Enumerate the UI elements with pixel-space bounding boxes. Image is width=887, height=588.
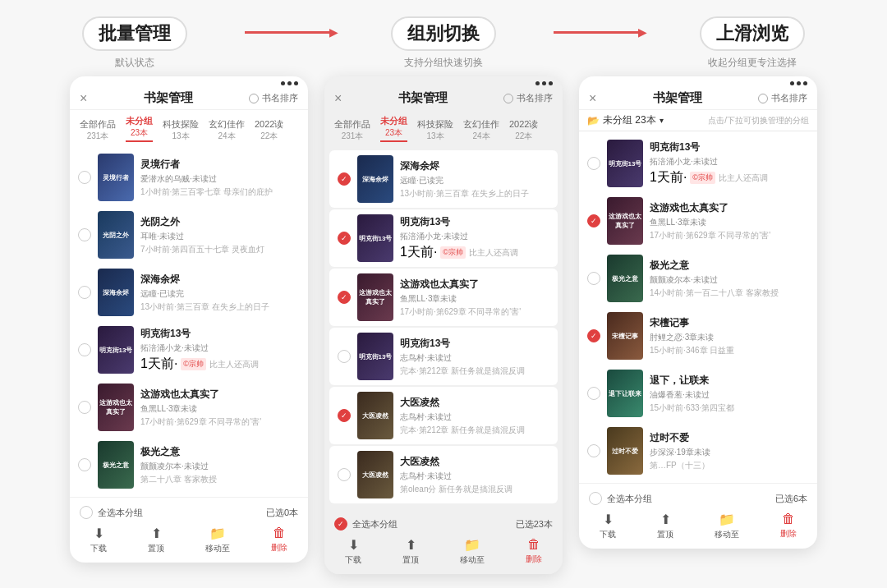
tab1-2022[interactable]: 2022读 22本 [250,117,288,145]
phone2-status [324,76,563,87]
book-item[interactable]: 这游戏也太真实了 这游戏也太真实了 鱼黑LL·3章未读 17小时前·第629章 … [579,192,817,250]
select-all-checkbox[interactable] [80,506,93,519]
title1: 批量管理 [82,16,187,51]
book-checkbox[interactable] [78,228,91,241]
phone3-header: × 书架管理 书名排序 [579,87,817,110]
tab2-2022[interactable]: 2022读 22本 [504,117,543,145]
book-cover: 极光之意 [607,255,643,302]
top-label: 置顶 [402,554,419,566]
book-item[interactable]: 明克街13号 明克街13号 拓涪涌小龙·未读过 1天前· ©宗帅 比主人还高调 [579,135,817,192]
action-move[interactable]: 📁 移动至 [205,526,230,554]
book-item[interactable]: 灵境行者 灵境行者 爱潜水的乌贼·未读过 1小时前·第三百零七章 母亲们的庇护 [70,149,308,206]
tab2-fantasy[interactable]: 玄幻佳作 24本 [458,117,504,145]
group-selector[interactable]: 📂 未分组 23本 ▾ [587,113,664,127]
phone2-tabs[interactable]: 全部作品 231本 未分组 23本 科技探险 13本 玄幻佳作 24本 2022… [324,110,563,145]
book-checkbox[interactable] [78,458,91,471]
tab2-tech[interactable]: 科技探险 13本 [412,117,458,145]
book-cover: 深海余烬 [357,155,393,203]
action-row: ⬇ 下载 ⬆ 置顶 📁 移动至 🗑 删除 [579,508,817,542]
select-all-checkbox[interactable] [334,517,347,531]
book-cover: 深海余烬 [98,269,134,316]
action-top[interactable]: ⬆ 置顶 [402,537,419,566]
phone3-close[interactable]: × [589,91,596,106]
dot1 [281,81,285,85]
top-label: 置顶 [657,529,673,540]
phone1-footer: 全选本分组 已选0本 ⬇ 下载 ⬆ 置顶 📁 移动至 🗑 [70,497,308,563]
action-delete[interactable]: 🗑 删除 [271,526,287,554]
arrow1 [245,31,333,34]
book-item[interactable]: 明克街13号 明克街13号 拓涪涌小龙·未读过 1天前· ©宗帅 比主人还高调 [70,321,308,379]
phone2-sort[interactable]: 书名排序 [503,92,553,104]
phone3-sort[interactable]: 书名排序 [758,92,807,104]
select-all-left[interactable]: 全选本分组 [334,517,398,531]
book-checkbox[interactable] [338,232,351,245]
book-checkbox[interactable] [587,329,600,342]
select-all-label: 全选本分组 [98,507,143,519]
book-item[interactable]: 明克街13号 明克街13号 拓涪涌小龙·未读过 1天前· ©宗帅 比主人还高调 [329,209,558,267]
book-checkbox[interactable] [587,444,600,457]
action-download[interactable]: ⬇ 下载 [345,537,361,566]
action-download[interactable]: ⬇ 下载 [90,526,107,554]
tab2-ungroup[interactable]: 未分组 23本 [375,113,412,145]
action-download[interactable]: ⬇ 下载 [600,512,616,540]
tab2-all[interactable]: 全部作品 231本 [329,117,375,145]
book-checkbox[interactable] [338,409,351,422]
group-hint: 点击/下拉可切换管理的分组 [708,115,809,126]
move-icon: 📁 [209,526,226,541]
book-checkbox[interactable] [587,272,600,285]
book-item[interactable]: 这游戏也太真实了 这游戏也太真实了 鱼黑LL·3章未读 17小时前·第629章 … [70,379,308,436]
select-all-left[interactable]: 全选本分组 [80,506,143,519]
book-cover: 这游戏也太真实了 [607,197,643,245]
book-checkbox[interactable] [338,468,351,481]
phone1-header: × 书架管理 书名排序 [70,87,308,110]
action-delete[interactable]: 🗑 删除 [780,512,797,540]
book-checkbox[interactable] [338,291,351,304]
subtitle3: 收起分组更专注选择 [708,56,797,70]
book-info: 这游戏也太真实了 鱼黑LL·3章未读 17小时前·第629章 不同寻常的'害' [400,278,549,318]
book-checkbox[interactable] [78,171,91,184]
action-delete[interactable]: 🗑 删除 [526,537,542,566]
book-checkbox[interactable] [587,387,600,400]
book-info: 过时不爱 步深深·19章未读 第…FP（十三） [650,431,809,471]
action-move[interactable]: 📁 移动至 [460,537,485,566]
book-item[interactable]: 极光之意 极光之意 颤颤凌尔本·未读过 第二十八章 客家教授 [70,436,308,494]
phone1-close[interactable]: × [80,91,87,106]
book-item[interactable]: 退下让联来 退下，让联来 油爆香葱·未读过 15小时前·633·第四宝都 [579,365,817,422]
book-item[interactable]: 大医凌然 大医凌然 志鸟村·未读过 完本·第212章 新任务就是搞混反调 [329,387,558,444]
selected-count: 已选23本 [516,518,553,531]
select-all-left[interactable]: 全选本分组 [589,492,652,505]
phone2-close[interactable]: × [334,91,342,106]
book-checkbox[interactable] [78,286,91,299]
book-checkbox[interactable] [338,172,351,186]
book-item[interactable]: 明克街13号 明克街13号 志鸟村·未读过 完本·第212章 新任务就是搞混反调 [329,328,558,385]
dot2 [287,81,292,85]
book-item[interactable]: 光阴之外 光阴之外 耳唯·未读过 7小时前·第四百五十七章 灵夜血灯 [70,206,308,264]
book-item[interactable]: 宋檀记事 宋檀记事 肘鲤之恋·3章未读 15小时前·346章 日益重 [579,307,817,365]
tab1-all[interactable]: 全部作品 231本 [75,117,121,145]
book-checkbox[interactable] [587,214,600,227]
book-checkbox[interactable] [78,343,91,356]
book-checkbox[interactable] [338,350,351,363]
select-all-checkbox[interactable] [589,492,602,505]
action-move[interactable]: 📁 移动至 [715,512,739,540]
book-info: 深海余烬 远瞳·已读完 13小时前·第三百章 在失乡上的日子 [400,159,549,200]
tab1-ungroup[interactable]: 未分组 23本 [121,113,158,145]
book-checkbox[interactable] [587,157,600,170]
action-top[interactable]: ⬆ 置顶 [657,512,673,540]
book-item[interactable]: 大医凌然 大医凌然 志鸟村·未读过 第olean分 新任务就是搞混反调 [329,446,558,503]
tab1-fantasy[interactable]: 玄幻佳作 24本 [204,117,250,145]
tab1-tech[interactable]: 科技探险 13本 [158,117,204,145]
phone1-tabs[interactable]: 全部作品 231本 未分组 23本 科技探险 13本 玄幻佳作 24本 2022… [70,110,308,145]
phone1-sort[interactable]: 书名排序 [249,92,298,104]
book-item[interactable]: 过时不爱 过时不爱 步深深·19章未读 第…FP（十三） [579,422,817,480]
book-item[interactable]: 深海余烬 深海余烬 远瞳·已读完 13小时前·第三百章 在失乡上的日子 [70,264,308,321]
delete-label: 删除 [780,528,797,540]
book-item[interactable]: 极光之意 极光之意 颤颤凌尔本·未读过 14小时前·第一百二十八章 客家教授 [579,250,817,307]
dot2 [542,81,546,85]
section2-header: 组别切换 支持分组快速切换 [333,16,554,70]
arrow2 [554,31,641,34]
book-item[interactable]: 深海余烬 深海余烬 远瞳·已读完 13小时前·第三百章 在失乡上的日子 [329,150,558,208]
action-top[interactable]: ⬆ 置顶 [148,526,164,554]
book-item[interactable]: 这游戏也太真实了 这游戏也太真实了 鱼黑LL·3章未读 17小时前·第629章 … [329,269,558,326]
book-checkbox[interactable] [78,401,91,414]
